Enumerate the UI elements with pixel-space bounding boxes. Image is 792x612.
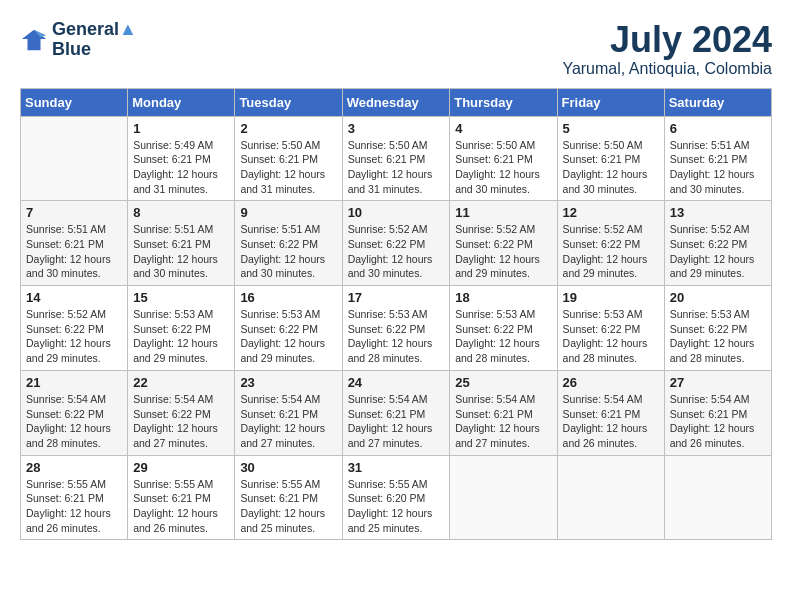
calendar-table: SundayMondayTuesdayWednesdayThursdayFrid… — [20, 88, 772, 541]
calendar-cell: 9Sunrise: 5:51 AM Sunset: 6:22 PM Daylig… — [235, 201, 342, 286]
logo-icon — [20, 26, 48, 54]
calendar-cell: 21Sunrise: 5:54 AM Sunset: 6:22 PM Dayli… — [21, 370, 128, 455]
day-number: 14 — [26, 290, 122, 305]
weekday-header-friday: Friday — [557, 88, 664, 116]
day-info: Sunrise: 5:54 AM Sunset: 6:21 PM Dayligh… — [240, 392, 336, 451]
day-number: 27 — [670, 375, 766, 390]
day-number: 20 — [670, 290, 766, 305]
day-number: 7 — [26, 205, 122, 220]
logo: General▲ Blue — [20, 20, 137, 60]
day-info: Sunrise: 5:53 AM Sunset: 6:22 PM Dayligh… — [563, 307, 659, 366]
day-number: 21 — [26, 375, 122, 390]
calendar-week-row: 1Sunrise: 5:49 AM Sunset: 6:21 PM Daylig… — [21, 116, 772, 201]
calendar-cell: 28Sunrise: 5:55 AM Sunset: 6:21 PM Dayli… — [21, 455, 128, 540]
calendar-cell: 1Sunrise: 5:49 AM Sunset: 6:21 PM Daylig… — [128, 116, 235, 201]
logo-text: General▲ Blue — [52, 20, 137, 60]
weekday-header-monday: Monday — [128, 88, 235, 116]
svg-marker-0 — [22, 30, 46, 51]
day-info: Sunrise: 5:53 AM Sunset: 6:22 PM Dayligh… — [240, 307, 336, 366]
day-info: Sunrise: 5:52 AM Sunset: 6:22 PM Dayligh… — [455, 222, 551, 281]
calendar-cell: 13Sunrise: 5:52 AM Sunset: 6:22 PM Dayli… — [664, 201, 771, 286]
calendar-cell: 11Sunrise: 5:52 AM Sunset: 6:22 PM Dayli… — [450, 201, 557, 286]
day-info: Sunrise: 5:54 AM Sunset: 6:21 PM Dayligh… — [455, 392, 551, 451]
calendar-cell: 3Sunrise: 5:50 AM Sunset: 6:21 PM Daylig… — [342, 116, 450, 201]
calendar-cell: 10Sunrise: 5:52 AM Sunset: 6:22 PM Dayli… — [342, 201, 450, 286]
day-info: Sunrise: 5:51 AM Sunset: 6:21 PM Dayligh… — [26, 222, 122, 281]
day-number: 16 — [240, 290, 336, 305]
calendar-cell: 16Sunrise: 5:53 AM Sunset: 6:22 PM Dayli… — [235, 286, 342, 371]
day-number: 22 — [133, 375, 229, 390]
weekday-header-wednesday: Wednesday — [342, 88, 450, 116]
day-number: 11 — [455, 205, 551, 220]
page-header: General▲ Blue July 2024 Yarumal, Antioqu… — [20, 20, 772, 78]
calendar-cell: 23Sunrise: 5:54 AM Sunset: 6:21 PM Dayli… — [235, 370, 342, 455]
day-number: 1 — [133, 121, 229, 136]
calendar-cell: 14Sunrise: 5:52 AM Sunset: 6:22 PM Dayli… — [21, 286, 128, 371]
day-info: Sunrise: 5:51 AM Sunset: 6:22 PM Dayligh… — [240, 222, 336, 281]
day-info: Sunrise: 5:53 AM Sunset: 6:22 PM Dayligh… — [670, 307, 766, 366]
day-info: Sunrise: 5:54 AM Sunset: 6:22 PM Dayligh… — [26, 392, 122, 451]
calendar-cell: 27Sunrise: 5:54 AM Sunset: 6:21 PM Dayli… — [664, 370, 771, 455]
calendar-cell: 15Sunrise: 5:53 AM Sunset: 6:22 PM Dayli… — [128, 286, 235, 371]
location-subtitle: Yarumal, Antioquia, Colombia — [562, 60, 772, 78]
day-info: Sunrise: 5:55 AM Sunset: 6:21 PM Dayligh… — [133, 477, 229, 536]
calendar-week-row: 14Sunrise: 5:52 AM Sunset: 6:22 PM Dayli… — [21, 286, 772, 371]
calendar-week-row: 28Sunrise: 5:55 AM Sunset: 6:21 PM Dayli… — [21, 455, 772, 540]
day-info: Sunrise: 5:51 AM Sunset: 6:21 PM Dayligh… — [133, 222, 229, 281]
calendar-cell: 12Sunrise: 5:52 AM Sunset: 6:22 PM Dayli… — [557, 201, 664, 286]
weekday-header-sunday: Sunday — [21, 88, 128, 116]
calendar-cell: 30Sunrise: 5:55 AM Sunset: 6:21 PM Dayli… — [235, 455, 342, 540]
calendar-cell — [450, 455, 557, 540]
calendar-cell — [664, 455, 771, 540]
calendar-cell: 5Sunrise: 5:50 AM Sunset: 6:21 PM Daylig… — [557, 116, 664, 201]
weekday-header-thursday: Thursday — [450, 88, 557, 116]
calendar-cell: 24Sunrise: 5:54 AM Sunset: 6:21 PM Dayli… — [342, 370, 450, 455]
day-number: 10 — [348, 205, 445, 220]
day-number: 17 — [348, 290, 445, 305]
day-number: 2 — [240, 121, 336, 136]
calendar-cell: 20Sunrise: 5:53 AM Sunset: 6:22 PM Dayli… — [664, 286, 771, 371]
day-number: 25 — [455, 375, 551, 390]
weekday-header-saturday: Saturday — [664, 88, 771, 116]
day-info: Sunrise: 5:53 AM Sunset: 6:22 PM Dayligh… — [455, 307, 551, 366]
calendar-cell: 17Sunrise: 5:53 AM Sunset: 6:22 PM Dayli… — [342, 286, 450, 371]
calendar-cell: 2Sunrise: 5:50 AM Sunset: 6:21 PM Daylig… — [235, 116, 342, 201]
day-number: 18 — [455, 290, 551, 305]
day-info: Sunrise: 5:50 AM Sunset: 6:21 PM Dayligh… — [348, 138, 445, 197]
day-info: Sunrise: 5:51 AM Sunset: 6:21 PM Dayligh… — [670, 138, 766, 197]
day-info: Sunrise: 5:49 AM Sunset: 6:21 PM Dayligh… — [133, 138, 229, 197]
day-info: Sunrise: 5:54 AM Sunset: 6:21 PM Dayligh… — [670, 392, 766, 451]
day-info: Sunrise: 5:54 AM Sunset: 6:21 PM Dayligh… — [563, 392, 659, 451]
weekday-header-tuesday: Tuesday — [235, 88, 342, 116]
day-number: 26 — [563, 375, 659, 390]
day-number: 12 — [563, 205, 659, 220]
day-info: Sunrise: 5:53 AM Sunset: 6:22 PM Dayligh… — [133, 307, 229, 366]
calendar-cell: 6Sunrise: 5:51 AM Sunset: 6:21 PM Daylig… — [664, 116, 771, 201]
day-number: 29 — [133, 460, 229, 475]
day-info: Sunrise: 5:55 AM Sunset: 6:21 PM Dayligh… — [240, 477, 336, 536]
day-info: Sunrise: 5:50 AM Sunset: 6:21 PM Dayligh… — [455, 138, 551, 197]
calendar-cell: 4Sunrise: 5:50 AM Sunset: 6:21 PM Daylig… — [450, 116, 557, 201]
calendar-cell: 18Sunrise: 5:53 AM Sunset: 6:22 PM Dayli… — [450, 286, 557, 371]
day-info: Sunrise: 5:54 AM Sunset: 6:22 PM Dayligh… — [133, 392, 229, 451]
month-title: July 2024 — [562, 20, 772, 60]
day-info: Sunrise: 5:55 AM Sunset: 6:21 PM Dayligh… — [26, 477, 122, 536]
day-info: Sunrise: 5:55 AM Sunset: 6:20 PM Dayligh… — [348, 477, 445, 536]
calendar-cell — [557, 455, 664, 540]
day-number: 15 — [133, 290, 229, 305]
day-number: 8 — [133, 205, 229, 220]
weekday-header-row: SundayMondayTuesdayWednesdayThursdayFrid… — [21, 88, 772, 116]
title-block: July 2024 Yarumal, Antioquia, Colombia — [562, 20, 772, 78]
calendar-cell: 7Sunrise: 5:51 AM Sunset: 6:21 PM Daylig… — [21, 201, 128, 286]
calendar-cell: 31Sunrise: 5:55 AM Sunset: 6:20 PM Dayli… — [342, 455, 450, 540]
day-info: Sunrise: 5:52 AM Sunset: 6:22 PM Dayligh… — [348, 222, 445, 281]
day-info: Sunrise: 5:52 AM Sunset: 6:22 PM Dayligh… — [563, 222, 659, 281]
day-info: Sunrise: 5:50 AM Sunset: 6:21 PM Dayligh… — [240, 138, 336, 197]
day-number: 31 — [348, 460, 445, 475]
day-number: 19 — [563, 290, 659, 305]
calendar-cell: 8Sunrise: 5:51 AM Sunset: 6:21 PM Daylig… — [128, 201, 235, 286]
calendar-cell: 19Sunrise: 5:53 AM Sunset: 6:22 PM Dayli… — [557, 286, 664, 371]
day-number: 3 — [348, 121, 445, 136]
day-number: 28 — [26, 460, 122, 475]
day-number: 23 — [240, 375, 336, 390]
